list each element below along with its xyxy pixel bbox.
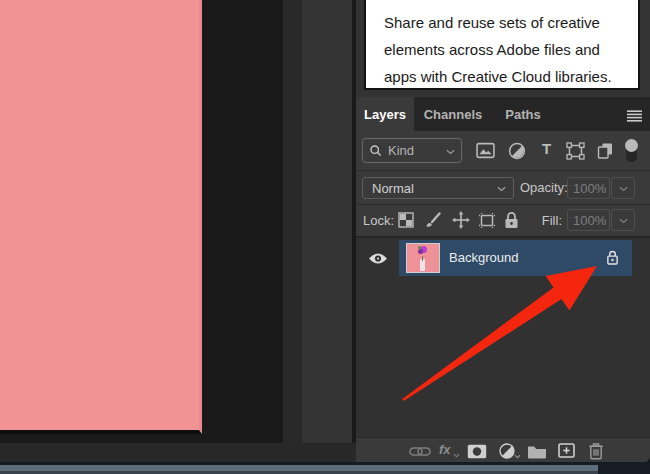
eye-icon	[368, 252, 388, 265]
fill-dropdown-button[interactable]	[611, 209, 635, 231]
fill-label: Fill:	[526, 213, 562, 228]
add-layer-mask-icon[interactable]	[467, 444, 487, 459]
tab-channels[interactable]: Channels	[414, 97, 492, 131]
pixel-layer-filter-icon[interactable]	[476, 142, 495, 159]
search-icon	[369, 144, 382, 157]
opacity-value: 100%	[573, 181, 606, 196]
filter-toggle[interactable]	[625, 139, 638, 162]
link-layers-icon[interactable]	[409, 446, 431, 457]
lock-artboard-icon[interactable]	[478, 212, 496, 229]
lock-label: Lock:	[363, 213, 394, 228]
chevron-down-icon	[619, 186, 628, 192]
chevron-down-icon	[453, 453, 460, 458]
tab-layers[interactable]: Layers	[356, 97, 414, 131]
layer-lock-icon[interactable]	[606, 249, 619, 266]
creative-cloud-tooltip: Share and reuse sets of creative element…	[364, 0, 640, 90]
new-layer-icon[interactable]	[558, 443, 575, 458]
layer-filter-row: Kind T	[356, 131, 650, 170]
lock-transparency-icon[interactable]	[398, 212, 414, 228]
layers-toolbar: fx	[356, 437, 650, 463]
status-bar	[0, 443, 356, 462]
workspace-gutter	[283, 0, 302, 462]
tab-paths[interactable]: Paths	[492, 97, 554, 131]
lock-row: Lock:	[356, 205, 650, 236]
blend-mode-row: Normal Opacity: 100%	[356, 171, 650, 204]
chevron-down-icon	[446, 149, 455, 155]
blend-mode-dropdown[interactable]: Normal	[362, 177, 514, 199]
panel-tab-bar: Layers Channels Paths	[356, 97, 650, 131]
layers-panel-body: Kind T	[356, 131, 650, 437]
blend-mode-value: Normal	[372, 181, 414, 196]
opacity-dropdown-button[interactable]	[611, 177, 635, 199]
layer-name: Background	[449, 250, 518, 265]
layer-styles-icon[interactable]: fx	[439, 442, 451, 457]
fill-value: 100%	[573, 213, 606, 228]
shape-layer-filter-icon[interactable]	[566, 142, 585, 160]
collapsed-panel-column	[302, 0, 352, 462]
thumbnail-stem	[422, 256, 423, 261]
tab-paths-label: Paths	[505, 107, 540, 122]
chevron-down-icon	[514, 454, 521, 459]
lock-pixels-icon[interactable]	[424, 211, 442, 229]
adjustment-layer-filter-icon[interactable]	[508, 142, 526, 160]
photoshop-window: Layers Channels Paths	[0, 0, 650, 474]
thumbnail-flower	[418, 246, 427, 255]
filter-kind-label: Kind	[388, 143, 414, 158]
document-canvas[interactable]	[0, 0, 202, 434]
filter-kind-dropdown[interactable]: Kind	[362, 138, 462, 163]
tooltip-text: Share and reuse sets of creative element…	[384, 14, 612, 85]
opacity-value-box[interactable]: 100%	[567, 177, 610, 199]
fill-value-box[interactable]: 100%	[567, 209, 610, 231]
chevron-down-icon	[619, 218, 628, 224]
smart-object-filter-icon[interactable]	[596, 142, 614, 160]
layer-row-background[interactable]: Background	[399, 240, 632, 276]
layer-thumbnail[interactable]	[406, 243, 440, 273]
new-adjustment-layer-icon[interactable]	[499, 443, 515, 459]
panel-menu-icon[interactable]	[627, 108, 642, 126]
lock-position-icon[interactable]	[452, 211, 470, 229]
delete-layer-icon[interactable]	[588, 442, 604, 460]
new-group-icon[interactable]	[527, 444, 547, 459]
tab-layers-label: Layers	[364, 107, 406, 122]
chevron-down-icon	[497, 186, 506, 192]
opacity-label: Opacity:	[520, 180, 568, 195]
type-layer-filter-icon[interactable]: T	[542, 140, 551, 157]
layer-list[interactable]: Background	[356, 238, 650, 437]
tab-channels-label: Channels	[424, 107, 483, 122]
layer-visibility-toggle[interactable]	[356, 240, 399, 276]
lock-all-icon[interactable]	[504, 211, 519, 229]
